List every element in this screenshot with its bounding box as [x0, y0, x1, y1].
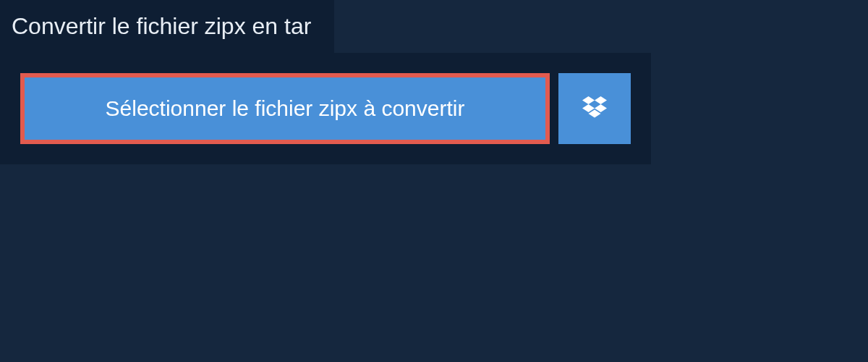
- page-title: Convertir le fichier zipx en tar: [12, 13, 311, 40]
- select-file-button[interactable]: Sélectionner le fichier zipx à convertir: [20, 73, 550, 144]
- dropbox-icon: [582, 96, 607, 121]
- tab-header: Convertir le fichier zipx en tar: [0, 0, 334, 53]
- select-file-label: Sélectionner le fichier zipx à convertir: [106, 96, 465, 120]
- file-select-panel: Sélectionner le fichier zipx à convertir: [0, 53, 651, 164]
- dropbox-button[interactable]: [558, 73, 631, 144]
